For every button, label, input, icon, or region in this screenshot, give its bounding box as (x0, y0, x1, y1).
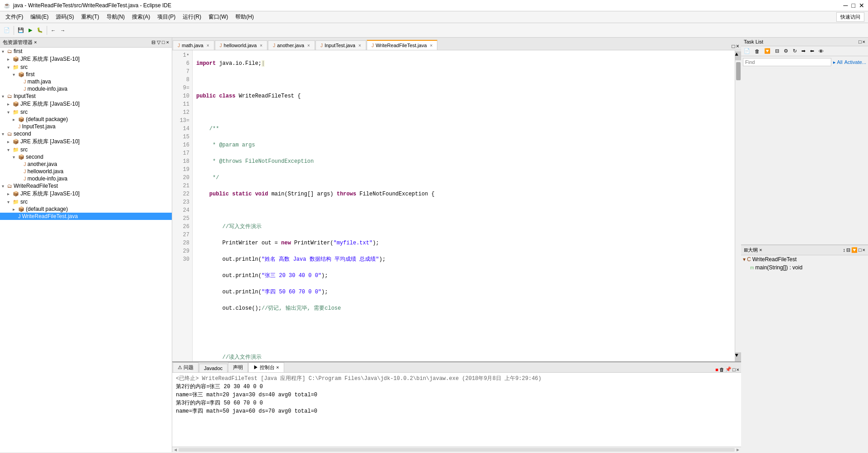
tl-nav-btn[interactable]: ➡ (800, 47, 807, 55)
src-wrf[interactable]: ▾ 📁 src (0, 198, 172, 205)
scrollbar-thumb[interactable] (736, 62, 741, 80)
jre-second[interactable]: ▸ 📦 JRE 系统库 [JavaSE-10] (0, 137, 172, 146)
outline-method-item[interactable]: m main(String[]) : void (741, 263, 868, 272)
pkg-first[interactable]: ▾ 📦 first (0, 71, 172, 78)
tab-math[interactable]: J math.java × (173, 40, 214, 50)
scrollbar-down[interactable]: ▼ (735, 352, 742, 361)
pkg-default-it[interactable]: ▸ 📦 (default package) (0, 116, 172, 123)
outline-toolbar-btn-3[interactable]: 🔽 (851, 247, 858, 253)
project-writereadsfiletest[interactable]: ▾ 🗂 WriteReadFileTest (0, 182, 172, 190)
outline-close-icon[interactable]: × (863, 247, 865, 253)
src-second[interactable]: ▾ 📁 src (0, 146, 172, 153)
jre-first[interactable]: ▸ 📦 JRE 系统库 [JavaSE-10] (0, 55, 172, 63)
outline-class-item[interactable]: ▾ C WriteReadFileTest (741, 255, 868, 263)
tl-settings-btn[interactable]: ⚙ (782, 47, 790, 55)
console-clear-icon[interactable]: 🗑 (719, 367, 724, 372)
menu-run[interactable]: 运行(R) (179, 12, 205, 22)
tab-declaration[interactable]: 声明 (228, 362, 248, 372)
tab-inputtest[interactable]: J InputTest.java × (315, 40, 366, 50)
tab-another[interactable]: J another.java × (268, 40, 315, 50)
task-all-label[interactable]: ▸ All (833, 59, 843, 65)
bottom-max-icon[interactable]: □ (732, 367, 736, 372)
tl-col-btn[interactable]: ⊟ (773, 47, 781, 55)
outline-header: ⊞ 大纲 × ↕ ⊟ 🔽 □ × (741, 245, 868, 255)
task-activate-label[interactable]: Activate... (844, 59, 866, 65)
file-moduleinfo-first[interactable]: J module-info.java (0, 85, 172, 93)
tl-new-btn[interactable]: 📄 (742, 47, 752, 55)
pe-max-icon[interactable]: □ (162, 39, 165, 45)
src-inputtest[interactable]: ▾ 📁 src (0, 108, 172, 116)
console-terminate-icon[interactable]: ■ (715, 367, 718, 372)
file-math[interactable]: J math.java (0, 78, 172, 85)
file-another[interactable]: J another.java (0, 161, 172, 168)
console-scrollbar-h[interactable]: ◀ ▶ (172, 447, 741, 452)
menu-help[interactable]: 帮助(H) (232, 12, 257, 22)
pkg-default-wrf[interactable]: ▸ 📦 (default package) (0, 205, 172, 213)
tab-close-it[interactable]: × (359, 43, 361, 48)
new-button[interactable]: 📄 (2, 26, 12, 34)
code-content[interactable]: import java.io.File;| public class Write… (193, 50, 735, 361)
menu-source[interactable]: 源码(S) (52, 12, 78, 22)
menu-edit[interactable]: 编辑(E) (27, 12, 52, 22)
tab-close-hw[interactable]: × (260, 43, 262, 48)
tl-refresh-btn[interactable]: ↻ (791, 47, 799, 55)
tl-filter-btn[interactable]: 🔽 (762, 47, 772, 55)
jre-wrf[interactable]: ▸ 📦 JRE 系统库 [JavaSE-10] (0, 190, 172, 198)
quick-access-button[interactable]: 快速访问 (836, 12, 864, 22)
menu-navigate[interactable]: 导航(N) (103, 12, 129, 22)
file-writereadfiletest[interactable]: J WriteReadFileTest.java (0, 213, 172, 220)
file-inputtest[interactable]: J InputTest.java (0, 123, 172, 130)
task-list-search[interactable] (743, 58, 831, 66)
menu-file[interactable]: 文件(F) (2, 12, 27, 22)
scroll-right-icon[interactable]: ▶ (737, 447, 739, 453)
project-inputtest[interactable]: ▾ 🗂 InputTest (0, 93, 172, 100)
tl-hide-btn[interactable]: 👁 (817, 48, 825, 55)
pe-close-icon[interactable]: × (166, 39, 169, 45)
src-first[interactable]: ▾ 📁 src (0, 63, 172, 71)
close-button[interactable]: ✕ (859, 2, 864, 9)
save-button[interactable]: 💾 (16, 26, 26, 34)
project-second[interactable]: ▾ 🗂 second (0, 130, 172, 137)
tab-wrf[interactable]: J WriteReadFileTest.java × (367, 40, 438, 50)
run-button[interactable]: ▶ (27, 26, 34, 34)
project-first[interactable]: ▾ 🗂 first (0, 48, 172, 55)
tab-console[interactable]: ▶ 控制台 × (248, 362, 284, 372)
jre-inputtest[interactable]: ▸ 📦 JRE 系统库 [JavaSE-10] (0, 100, 172, 108)
file-helloworld[interactable]: J helloworld.java (0, 168, 172, 175)
pkg-second[interactable]: ▾ 📦 second (0, 153, 172, 161)
tab-javadoc[interactable]: Javadoc (199, 364, 228, 372)
pe-collapse-icon[interactable]: ⊟ (151, 39, 155, 45)
outline-max-icon[interactable]: □ (858, 247, 862, 253)
outline-toolbar-btn-2[interactable]: ⊟ (846, 247, 850, 253)
hscroll-thumb[interactable] (179, 448, 735, 452)
editor-max-icon[interactable]: □ (732, 44, 735, 50)
scrollbar-up[interactable]: ▲ (735, 51, 742, 60)
tl-back-btn[interactable]: ⬅ (808, 47, 816, 55)
file-moduleinfo-sec[interactable]: J module-info.java (0, 175, 172, 182)
outline-toolbar-btn-1[interactable]: ↕ (843, 247, 845, 253)
menu-search[interactable]: 搜索(A) (128, 12, 154, 22)
menu-window[interactable]: 窗口(W) (205, 12, 232, 22)
tab-close-an[interactable]: × (307, 43, 310, 48)
menu-refactor[interactable]: 重构(T) (78, 12, 102, 22)
pe-menu-icon[interactable]: ▽ (157, 39, 160, 45)
tab-problems[interactable]: ⚠ 问题 (173, 362, 199, 372)
vertical-scrollbar[interactable]: ▲ ▼ (735, 50, 741, 361)
tl-close-icon[interactable]: × (863, 39, 865, 44)
tl-del-btn[interactable]: 🗑 (753, 48, 761, 55)
back-button[interactable]: ← (49, 27, 58, 34)
scroll-left-icon[interactable]: ◀ (174, 447, 177, 453)
menu-project[interactable]: 项目(P) (154, 12, 179, 22)
tab-close-math[interactable]: × (207, 43, 209, 48)
minimize-button[interactable]: ─ (844, 2, 848, 9)
forward-button[interactable]: → (58, 27, 67, 34)
tl-max-icon[interactable]: □ (858, 39, 862, 44)
maximize-button[interactable]: □ (852, 2, 855, 9)
console-pin-icon[interactable]: 📌 (725, 366, 732, 372)
debug-button[interactable]: 🐛 (35, 26, 45, 34)
bottom-close-icon[interactable]: × (737, 367, 739, 372)
tab-helloworld[interactable]: J helloworld.java × (215, 40, 268, 50)
tab-close-wrf[interactable]: × (430, 43, 433, 48)
window-controls[interactable]: ─ □ ✕ (844, 2, 864, 9)
editor-close-all-icon[interactable]: × (736, 44, 739, 50)
